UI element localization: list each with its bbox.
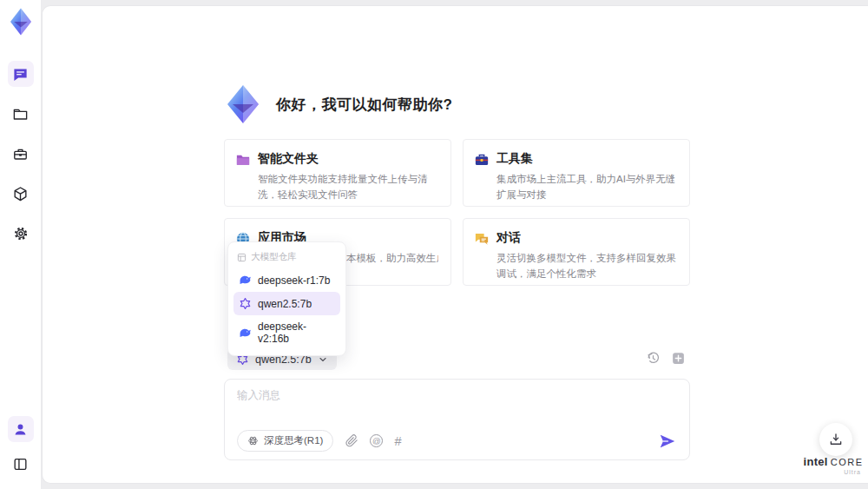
intel-core-badge: intel CORE Ultra	[800, 455, 866, 475]
cube-icon	[12, 186, 29, 202]
repository-icon	[237, 253, 247, 262]
download-button[interactable]	[819, 423, 852, 456]
hero-logo-icon	[222, 83, 264, 125]
send-button[interactable]	[658, 432, 677, 451]
model-option-label: deepseek-r1:7b	[258, 274, 330, 287]
deepseek-icon	[239, 327, 252, 340]
composer: 深度思考(R1) @ #	[224, 379, 690, 460]
model-option-deepseek-r1[interactable]: deepseek-r1:7b	[233, 268, 340, 292]
mention-icon[interactable]: @	[370, 434, 383, 447]
deep-think-label: 深度思考(R1)	[264, 434, 323, 447]
new-chat-icon[interactable]	[671, 351, 686, 366]
sidebar-item-toolset[interactable]	[8, 141, 34, 167]
intel-wordmark: intel	[803, 455, 827, 468]
composer-toolbar: 深度思考(R1) @ #	[237, 430, 677, 452]
history-icon[interactable]	[646, 351, 661, 366]
model-option-label: deepseek-v2:16b	[258, 320, 335, 345]
model-option-qwen[interactable]: qwen2.5:7b	[233, 292, 340, 315]
card-toolset[interactable]: 工具集 集成市场上主流工具，助力AI与外界无缝扩展与对接	[463, 139, 690, 207]
model-dropdown-header: 大模型仓库	[233, 248, 340, 268]
model-dropdown: 大模型仓库 deepseek-r1:7b qwen2.5:7b	[227, 241, 346, 356]
download-icon	[828, 432, 844, 447]
card-desc: 集成市场上主流工具，助力AI与外界无缝扩展与对接	[496, 172, 677, 203]
sidebar	[0, 0, 42, 489]
deepseek-icon	[239, 274, 252, 287]
card-title: 对话	[496, 230, 677, 246]
page-title: 你好，我可以如何帮助你?	[276, 95, 452, 115]
qwen-icon	[239, 297, 252, 310]
panel-layout-icon	[12, 456, 29, 472]
greeting-row: 你好，我可以如何帮助你?	[222, 83, 452, 125]
card-dialog[interactable]: 对话 灵活切换多模型文件，支持多样回复效果调试，满足个性化需求	[463, 218, 690, 286]
app-window: 你好，我可以如何帮助你? 智能文件夹 智能文件夹功能支持批量文件上传与清洗，轻松…	[0, 0, 868, 489]
sidebar-item-apps[interactable]	[8, 181, 34, 207]
folder-icon	[235, 152, 251, 168]
deep-think-toggle[interactable]: 深度思考(R1)	[237, 430, 333, 452]
prompt-library-icon[interactable]: #	[394, 434, 401, 448]
card-title: 智能文件夹	[258, 151, 438, 167]
gear-icon	[12, 225, 30, 242]
sidebar-item-folders[interactable]	[8, 101, 34, 127]
message-input[interactable]	[237, 388, 677, 423]
card-desc: 灵活切换多模型文件，支持多样回复效果调试，满足个性化需求	[496, 251, 677, 282]
attachment-icon[interactable]	[345, 434, 358, 448]
card-smart-folders[interactable]: 智能文件夹 智能文件夹功能支持批量文件上传与清洗，轻松实现文件问答	[224, 139, 451, 207]
chat-bubble-icon	[12, 66, 29, 83]
model-option-label: qwen2.5:7b	[258, 298, 312, 310]
dialog-icon	[474, 231, 490, 247]
briefcase-icon	[12, 146, 29, 162]
atom-icon	[247, 435, 259, 446]
sidebar-item-chat[interactable]	[8, 61, 34, 87]
card-title: 工具集	[496, 151, 677, 167]
sidebar-item-collapse[interactable]	[8, 451, 34, 477]
app-logo-icon	[6, 7, 36, 36]
sidebar-item-settings[interactable]	[8, 221, 34, 247]
folder-icon	[12, 106, 29, 122]
model-dropdown-header-label: 大模型仓库	[251, 251, 297, 263]
user-icon	[13, 422, 28, 437]
toolbox-icon	[474, 152, 490, 168]
sidebar-item-account[interactable]	[8, 416, 34, 442]
ultra-wordmark: Ultra	[800, 469, 866, 475]
card-desc: 智能文件夹功能支持批量文件上传与清洗，轻松实现文件问答	[258, 172, 438, 203]
core-wordmark: CORE	[831, 457, 864, 467]
model-option-deepseek-v2[interactable]: deepseek-v2:16b	[233, 315, 340, 350]
